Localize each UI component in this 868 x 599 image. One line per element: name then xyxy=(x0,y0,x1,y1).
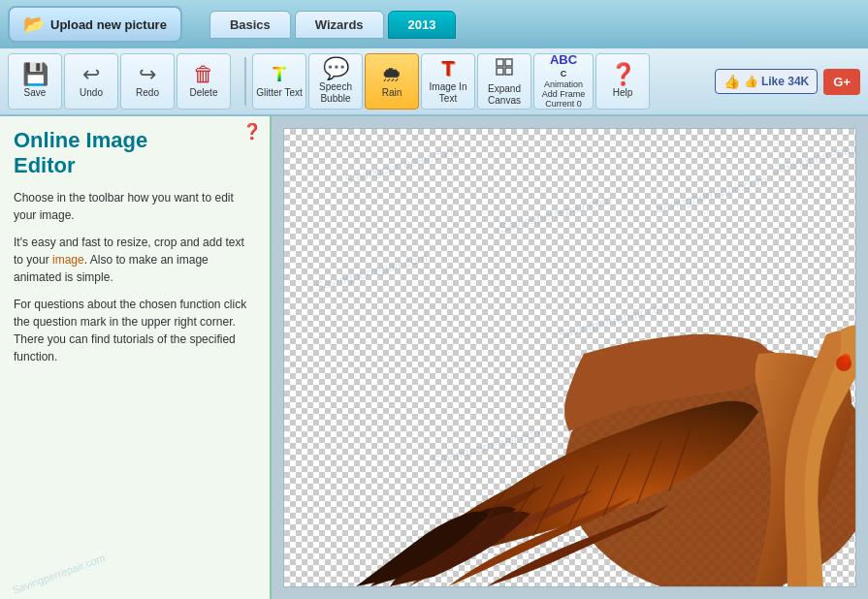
upload-button[interactable]: 📂 Upload new picture xyxy=(8,6,182,43)
upload-icon: 📂 xyxy=(23,14,45,35)
speech-bubble-icon: 💬 xyxy=(323,58,349,79)
google-plus-button[interactable]: G+ xyxy=(823,69,860,95)
canvas-area[interactable]: Savingperrepair.com Savingperrepair.com … xyxy=(272,116,868,599)
save-button[interactable]: 💾 Save xyxy=(8,53,62,110)
save-icon: 💾 xyxy=(22,64,48,85)
redo-icon: ↪ xyxy=(139,64,156,85)
rain-label: Rain xyxy=(382,87,402,99)
expand-canvas-label: Expand Canvas xyxy=(478,83,530,107)
help-corner-icon[interactable]: ❓ xyxy=(242,122,262,141)
sidebar-para-1: Choose in the toolbar how you want to ed… xyxy=(14,189,256,224)
image-in-text-button[interactable]: T Image In Text xyxy=(421,53,475,110)
main-content: ❓ Online ImageEditor Choose in the toolb… xyxy=(0,116,868,599)
help-label: Help xyxy=(613,87,633,99)
image-in-text-label: Image In Text xyxy=(422,81,474,105)
gplus-label: G+ xyxy=(833,75,851,89)
svg-rect-3 xyxy=(505,68,512,75)
tab-basics[interactable]: Basics xyxy=(209,11,291,39)
sidebar-watermark: Savingperrepair.com xyxy=(11,552,107,596)
undo-label: Undo xyxy=(80,87,103,99)
redo-label: Redo xyxy=(136,87,159,99)
sidebar: ❓ Online ImageEditor Choose in the toolb… xyxy=(0,116,272,599)
help-icon: ❓ xyxy=(610,64,636,85)
delete-button[interactable]: 🗑 Delete xyxy=(177,53,231,110)
top-bar: 📂 Upload new picture Basics Wizards 2013 xyxy=(0,0,868,48)
basic-tools: 💾 Save ↩ Undo ↪ Redo 🗑 Delete xyxy=(8,53,231,110)
thumbs-up-icon: 👍 xyxy=(723,74,740,89)
sidebar-para-3: For questions about the chosen function … xyxy=(14,296,256,365)
facebook-like-button[interactable]: 👍 👍 Like 34K xyxy=(715,69,819,94)
svg-rect-2 xyxy=(497,68,503,75)
sidebar-title: Online ImageEditor xyxy=(14,128,256,179)
toolbar: 💾 Save ↩ Undo ↪ Redo 🗑 Delete T Glitter … xyxy=(0,48,868,116)
rain-icon: 🌧 xyxy=(381,64,402,85)
rain-button[interactable]: 🌧 Rain xyxy=(365,53,419,110)
speech-bubble-button[interactable]: 💬 Speech Bubble xyxy=(308,53,363,110)
animation-label: AnimationAdd FrameCurrent 0 xyxy=(542,80,586,110)
delete-icon: 🗑 xyxy=(193,64,214,85)
save-label: Save xyxy=(24,87,47,99)
fb-like-label: 👍 Like 34K xyxy=(744,75,810,88)
animation-button[interactable]: ABCC AnimationAdd FrameCurrent 0 xyxy=(533,53,594,110)
tab-wizards[interactable]: Wizards xyxy=(295,11,384,39)
undo-button[interactable]: ↩ Undo xyxy=(64,53,118,110)
svg-point-13 xyxy=(841,354,851,363)
redo-button[interactable]: ↪ Redo xyxy=(120,53,175,110)
nav-tabs: Basics Wizards 2013 xyxy=(209,11,457,39)
canvas-inner: Savingperrepair.com Savingperrepair.com … xyxy=(283,128,856,587)
glitter-text-icon: T xyxy=(273,64,285,85)
svg-rect-1 xyxy=(505,59,512,66)
social-area: 👍 👍 Like 34K G+ xyxy=(715,69,860,95)
sidebar-para-2: It's easy and fast to resize, crop and a… xyxy=(14,234,256,286)
animation-icon: ABCC xyxy=(550,53,577,79)
glitter-text-label: Glitter Text xyxy=(256,87,303,99)
delete-label: Delete xyxy=(190,87,218,99)
tab-2013[interactable]: 2013 xyxy=(388,11,457,39)
expand-canvas-icon xyxy=(494,56,515,81)
expand-canvas-button[interactable]: Expand Canvas xyxy=(477,53,531,110)
image-in-text-icon: T xyxy=(441,58,454,79)
help-button[interactable]: ❓ Help xyxy=(595,53,650,110)
upload-label: Upload new picture xyxy=(50,17,167,32)
glitter-text-button[interactable]: T Glitter Text xyxy=(252,53,306,110)
bird-wing-image xyxy=(312,160,855,586)
toolbar-divider xyxy=(244,57,246,106)
speech-bubble-label: Speech Bubble xyxy=(309,81,362,105)
svg-rect-0 xyxy=(497,59,503,66)
undo-icon: ↩ xyxy=(82,64,100,85)
